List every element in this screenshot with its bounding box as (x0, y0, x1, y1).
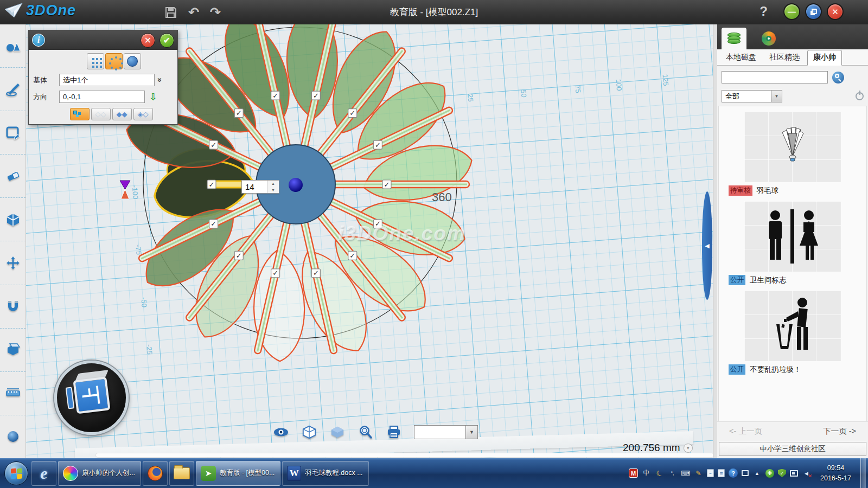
close-button[interactable]: ✕ (827, 3, 844, 20)
boolean-option-button[interactable]: ◇◇ (91, 108, 111, 120)
sketch-draw-tool-icon[interactable] (0, 68, 25, 111)
model-thumbnail-no-littering[interactable] (744, 291, 841, 361)
wireframe-view-icon[interactable] (301, 425, 317, 440)
boolean-option-button[interactable]: ◈◇ (133, 108, 153, 120)
tray-m-icon[interactable]: M (629, 468, 638, 478)
model-caption: 公开 不要乱扔垃圾！ (719, 361, 866, 375)
taskbar-explorer-button[interactable] (169, 461, 194, 486)
zoom-icon[interactable] (358, 425, 374, 440)
taskbar-browser-task[interactable]: 康小帅的个人创... (58, 461, 141, 486)
model-caption: 待审核 羽毛球 (719, 182, 866, 196)
view-preset-dropdown[interactable]: ▼ (414, 425, 478, 439)
tab-community-featured[interactable]: 社区精选 (764, 50, 805, 65)
sidebar-collapse-handle[interactable]: ◀ (702, 191, 712, 300)
database-icon (727, 33, 741, 44)
horizontal-scrollbar[interactable] (95, 453, 713, 458)
sketch-edit-tool-icon[interactable] (0, 111, 25, 155)
filter-dropdown[interactable]: 全部 ▼ (722, 90, 782, 102)
info-icon[interactable]: i (32, 34, 45, 47)
trim-tool-icon[interactable] (0, 155, 25, 198)
pattern-count-spinner[interactable]: ▲ ▼ (241, 180, 279, 194)
feature-tool-icon[interactable] (0, 198, 25, 241)
circular-pattern-button[interactable] (105, 53, 123, 69)
title-bar: 3DOne ↶ ↷ 教育版 - [模型002.Z1] ? — ✕ (0, 0, 868, 24)
taskbar-firefox-button[interactable] (143, 461, 168, 486)
direction-label: 方向 (33, 92, 59, 102)
tray-search-doc-icon[interactable]: ≡ (707, 469, 714, 477)
community-app-tab[interactable] (756, 28, 781, 49)
tray-keyboard-icon[interactable]: ⌨ (681, 468, 690, 478)
direction-input[interactable]: 0,-0,1 (59, 91, 145, 103)
view-cube-front-face[interactable]: 上 (73, 376, 110, 414)
taskbar-3done-task[interactable]: ➤ 教育版 - [模型00... (196, 461, 280, 486)
taskbar-ie-button[interactable]: e (31, 461, 56, 486)
tray-antivirus-icon[interactable]: ✚ (765, 469, 774, 478)
tray-edit-doc-icon[interactable]: ≣ (718, 469, 725, 477)
view-cube-side-face[interactable] (66, 387, 75, 409)
search-icon[interactable] (832, 72, 844, 84)
community-site-button[interactable]: 中小学三维创意社区 (719, 442, 866, 456)
power-icon[interactable] (856, 92, 864, 100)
dropdown-arrow-icon[interactable]: ▼ (465, 426, 477, 439)
help-button[interactable]: ? (760, 4, 768, 19)
model-name[interactable]: 不要乱扔垃圾！ (750, 365, 801, 375)
tray-shield-icon[interactable]: ✓ (778, 469, 786, 478)
shaded-view-icon[interactable] (329, 425, 346, 440)
restore-button[interactable] (805, 3, 822, 20)
pick-direction-icon[interactable]: ⇩ (149, 91, 157, 103)
chevron-double-down-icon[interactable]: » (156, 78, 165, 82)
next-page-button[interactable]: 下一页 -> (823, 426, 856, 436)
confirm-icon[interactable]: ✔ (159, 33, 174, 48)
cancel-icon[interactable]: ✕ (141, 33, 155, 48)
tab-user[interactable]: 康小帅 (807, 50, 842, 66)
tray-volume-muted-icon[interactable]: ◄ (802, 468, 811, 478)
boolean-add-button[interactable] (70, 108, 90, 120)
taskbar-word-task[interactable]: W 羽毛球教程.docx ... (282, 461, 368, 486)
base-input[interactable]: 选中1个 (59, 74, 155, 86)
magnet-tool-icon[interactable] (0, 285, 25, 329)
tray-moon-icon[interactable]: ☾ (653, 467, 666, 479)
spherical-pattern-button[interactable] (124, 53, 141, 69)
svg-text:✓: ✓ (313, 92, 319, 100)
tray-expand-icon[interactable]: ▲ (752, 468, 762, 478)
library-tab[interactable] (722, 28, 746, 49)
filter-value: 全部 (722, 92, 739, 101)
3d-viewport[interactable]: 25 50 75 100 125 -125 -100 -75 -50 -25 ✓… (26, 24, 713, 458)
scale-dropdown-icon[interactable]: ▼ (684, 444, 693, 453)
view-cube[interactable]: 上 (54, 361, 129, 435)
tray-window-icon[interactable] (742, 470, 749, 476)
tray-help-icon[interactable]: ? (729, 468, 738, 478)
pattern-count-input[interactable] (242, 181, 267, 193)
spinner-up-button[interactable]: ▲ (267, 181, 279, 187)
search-input[interactable] (722, 71, 828, 84)
pattern-dialog: i ✕ ✔ 基体 选中1个 » 方向 0,-0,1 ⇩ ◇◇ ◆◆ ◈◇ (28, 30, 178, 125)
spinner-down-button[interactable]: ▼ (267, 187, 279, 194)
move-tool-icon[interactable] (0, 241, 25, 285)
tray-network-icon[interactable] (790, 470, 798, 477)
print-icon[interactable] (386, 425, 402, 440)
model-thumbnail-restroom-sign[interactable] (744, 201, 841, 272)
linear-pattern-button[interactable] (87, 53, 104, 69)
measure-tool-icon[interactable] (0, 372, 25, 415)
visibility-eye-icon[interactable] (273, 425, 289, 440)
model-name[interactable]: 羽毛球 (757, 186, 779, 196)
taskbar-clock[interactable]: 09:54 2016-5-17 (815, 463, 857, 484)
tab-local-disk[interactable]: 本地磁盘 (720, 50, 762, 65)
model-thumbnail-shuttlecock[interactable] (744, 112, 841, 182)
show-desktop-button[interactable] (860, 458, 866, 488)
svg-text:✓: ✓ (384, 181, 390, 189)
restore-icon (812, 9, 817, 14)
tray-degree-icon[interactable]: °, (668, 468, 677, 478)
minimize-button[interactable]: — (783, 3, 800, 20)
svg-text:✓: ✓ (236, 109, 242, 117)
tray-ime-icon[interactable]: 中 (642, 468, 651, 478)
prev-page-button[interactable]: <- 上一页 (729, 426, 762, 436)
primitives-tool-icon[interactable] (0, 24, 25, 68)
render-tool-icon[interactable] (0, 415, 25, 458)
special-feature-tool-icon[interactable] (0, 329, 25, 372)
tray-pen-icon[interactable]: ✎ (694, 468, 703, 478)
start-button[interactable] (4, 461, 28, 485)
model-name[interactable]: 卫生间标志 (750, 275, 787, 285)
boolean-option-button[interactable]: ◆◆ (112, 108, 132, 120)
pattern-dialog-header[interactable]: i ✕ ✔ (29, 30, 177, 50)
